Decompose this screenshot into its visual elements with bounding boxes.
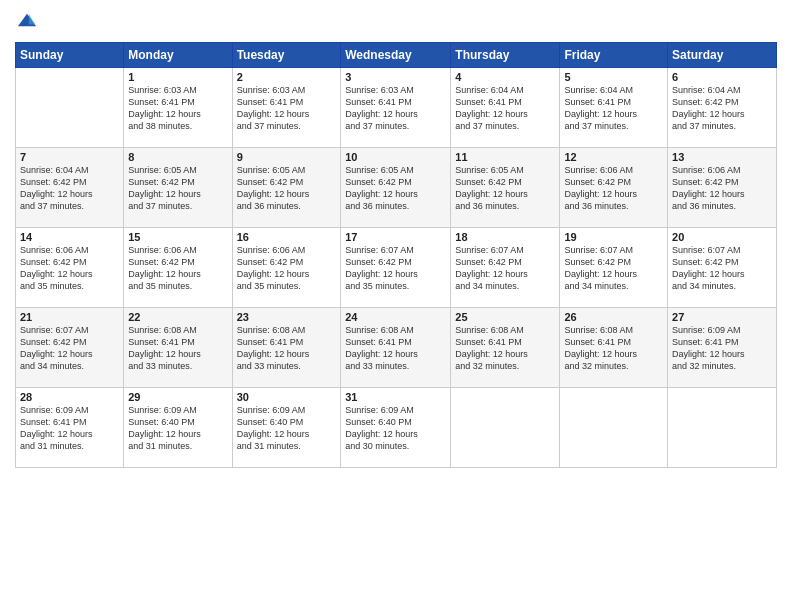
cell-details: Sunrise: 6:03 AM Sunset: 6:41 PM Dayligh… (237, 84, 337, 133)
day-number: 8 (128, 151, 227, 163)
cell-details: Sunrise: 6:07 AM Sunset: 6:42 PM Dayligh… (345, 244, 446, 293)
day-number: 14 (20, 231, 119, 243)
day-number: 17 (345, 231, 446, 243)
cell-details: Sunrise: 6:06 AM Sunset: 6:42 PM Dayligh… (20, 244, 119, 293)
calendar-week-row: 1Sunrise: 6:03 AM Sunset: 6:41 PM Daylig… (16, 68, 777, 148)
cell-details: Sunrise: 6:05 AM Sunset: 6:42 PM Dayligh… (128, 164, 227, 213)
cell-details: Sunrise: 6:08 AM Sunset: 6:41 PM Dayligh… (128, 324, 227, 373)
day-number: 18 (455, 231, 555, 243)
header (15, 10, 777, 34)
day-number: 24 (345, 311, 446, 323)
day-number: 22 (128, 311, 227, 323)
weekday-header-tuesday: Tuesday (232, 43, 341, 68)
day-number: 25 (455, 311, 555, 323)
cell-details: Sunrise: 6:04 AM Sunset: 6:42 PM Dayligh… (672, 84, 772, 133)
cell-details: Sunrise: 6:08 AM Sunset: 6:41 PM Dayligh… (237, 324, 337, 373)
cell-details: Sunrise: 6:04 AM Sunset: 6:42 PM Dayligh… (20, 164, 119, 213)
calendar-cell: 11Sunrise: 6:05 AM Sunset: 6:42 PM Dayli… (451, 148, 560, 228)
day-number: 15 (128, 231, 227, 243)
day-number: 26 (564, 311, 663, 323)
day-number: 1 (128, 71, 227, 83)
calendar-cell: 15Sunrise: 6:06 AM Sunset: 6:42 PM Dayli… (124, 228, 232, 308)
day-number: 4 (455, 71, 555, 83)
day-number: 21 (20, 311, 119, 323)
calendar-cell: 21Sunrise: 6:07 AM Sunset: 6:42 PM Dayli… (16, 308, 124, 388)
calendar-cell: 7Sunrise: 6:04 AM Sunset: 6:42 PM Daylig… (16, 148, 124, 228)
cell-details: Sunrise: 6:06 AM Sunset: 6:42 PM Dayligh… (128, 244, 227, 293)
day-number: 23 (237, 311, 337, 323)
calendar-cell: 20Sunrise: 6:07 AM Sunset: 6:42 PM Dayli… (668, 228, 777, 308)
calendar-cell: 2Sunrise: 6:03 AM Sunset: 6:41 PM Daylig… (232, 68, 341, 148)
cell-details: Sunrise: 6:05 AM Sunset: 6:42 PM Dayligh… (237, 164, 337, 213)
weekday-header-row: SundayMondayTuesdayWednesdayThursdayFrid… (16, 43, 777, 68)
calendar-cell: 29Sunrise: 6:09 AM Sunset: 6:40 PM Dayli… (124, 388, 232, 468)
calendar-cell: 9Sunrise: 6:05 AM Sunset: 6:42 PM Daylig… (232, 148, 341, 228)
calendar-week-row: 7Sunrise: 6:04 AM Sunset: 6:42 PM Daylig… (16, 148, 777, 228)
calendar-cell (16, 68, 124, 148)
calendar-cell: 4Sunrise: 6:04 AM Sunset: 6:41 PM Daylig… (451, 68, 560, 148)
day-number: 16 (237, 231, 337, 243)
day-number: 27 (672, 311, 772, 323)
calendar-cell: 16Sunrise: 6:06 AM Sunset: 6:42 PM Dayli… (232, 228, 341, 308)
cell-details: Sunrise: 6:08 AM Sunset: 6:41 PM Dayligh… (455, 324, 555, 373)
calendar-cell: 24Sunrise: 6:08 AM Sunset: 6:41 PM Dayli… (341, 308, 451, 388)
calendar-cell: 28Sunrise: 6:09 AM Sunset: 6:41 PM Dayli… (16, 388, 124, 468)
day-number: 10 (345, 151, 446, 163)
weekday-header-friday: Friday (560, 43, 668, 68)
calendar-cell (451, 388, 560, 468)
cell-details: Sunrise: 6:09 AM Sunset: 6:40 PM Dayligh… (128, 404, 227, 453)
day-number: 6 (672, 71, 772, 83)
cell-details: Sunrise: 6:06 AM Sunset: 6:42 PM Dayligh… (564, 164, 663, 213)
day-number: 12 (564, 151, 663, 163)
day-number: 9 (237, 151, 337, 163)
calendar-cell: 10Sunrise: 6:05 AM Sunset: 6:42 PM Dayli… (341, 148, 451, 228)
day-number: 5 (564, 71, 663, 83)
cell-details: Sunrise: 6:09 AM Sunset: 6:41 PM Dayligh… (20, 404, 119, 453)
calendar-cell: 8Sunrise: 6:05 AM Sunset: 6:42 PM Daylig… (124, 148, 232, 228)
weekday-header-monday: Monday (124, 43, 232, 68)
calendar-cell: 25Sunrise: 6:08 AM Sunset: 6:41 PM Dayli… (451, 308, 560, 388)
cell-details: Sunrise: 6:07 AM Sunset: 6:42 PM Dayligh… (20, 324, 119, 373)
cell-details: Sunrise: 6:07 AM Sunset: 6:42 PM Dayligh… (564, 244, 663, 293)
logo-icon (17, 10, 37, 30)
cell-details: Sunrise: 6:09 AM Sunset: 6:40 PM Dayligh… (345, 404, 446, 453)
calendar-cell: 26Sunrise: 6:08 AM Sunset: 6:41 PM Dayli… (560, 308, 668, 388)
logo (15, 10, 39, 34)
calendar-cell: 6Sunrise: 6:04 AM Sunset: 6:42 PM Daylig… (668, 68, 777, 148)
cell-details: Sunrise: 6:09 AM Sunset: 6:41 PM Dayligh… (672, 324, 772, 373)
day-number: 28 (20, 391, 119, 403)
weekday-header-wednesday: Wednesday (341, 43, 451, 68)
calendar-cell: 23Sunrise: 6:08 AM Sunset: 6:41 PM Dayli… (232, 308, 341, 388)
cell-details: Sunrise: 6:07 AM Sunset: 6:42 PM Dayligh… (455, 244, 555, 293)
day-number: 29 (128, 391, 227, 403)
cell-details: Sunrise: 6:04 AM Sunset: 6:41 PM Dayligh… (564, 84, 663, 133)
calendar-cell: 3Sunrise: 6:03 AM Sunset: 6:41 PM Daylig… (341, 68, 451, 148)
day-number: 20 (672, 231, 772, 243)
day-number: 7 (20, 151, 119, 163)
cell-details: Sunrise: 6:06 AM Sunset: 6:42 PM Dayligh… (672, 164, 772, 213)
cell-details: Sunrise: 6:05 AM Sunset: 6:42 PM Dayligh… (455, 164, 555, 213)
cell-details: Sunrise: 6:09 AM Sunset: 6:40 PM Dayligh… (237, 404, 337, 453)
day-number: 2 (237, 71, 337, 83)
weekday-header-saturday: Saturday (668, 43, 777, 68)
cell-details: Sunrise: 6:08 AM Sunset: 6:41 PM Dayligh… (564, 324, 663, 373)
cell-details: Sunrise: 6:07 AM Sunset: 6:42 PM Dayligh… (672, 244, 772, 293)
svg-marker-1 (29, 14, 35, 25)
day-number: 13 (672, 151, 772, 163)
calendar-cell: 19Sunrise: 6:07 AM Sunset: 6:42 PM Dayli… (560, 228, 668, 308)
calendar-cell: 18Sunrise: 6:07 AM Sunset: 6:42 PM Dayli… (451, 228, 560, 308)
weekday-header-sunday: Sunday (16, 43, 124, 68)
calendar-week-row: 14Sunrise: 6:06 AM Sunset: 6:42 PM Dayli… (16, 228, 777, 308)
calendar-cell: 12Sunrise: 6:06 AM Sunset: 6:42 PM Dayli… (560, 148, 668, 228)
day-number: 30 (237, 391, 337, 403)
calendar-cell: 30Sunrise: 6:09 AM Sunset: 6:40 PM Dayli… (232, 388, 341, 468)
calendar-cell: 22Sunrise: 6:08 AM Sunset: 6:41 PM Dayli… (124, 308, 232, 388)
calendar-cell: 31Sunrise: 6:09 AM Sunset: 6:40 PM Dayli… (341, 388, 451, 468)
cell-details: Sunrise: 6:08 AM Sunset: 6:41 PM Dayligh… (345, 324, 446, 373)
calendar-week-row: 21Sunrise: 6:07 AM Sunset: 6:42 PM Dayli… (16, 308, 777, 388)
cell-details: Sunrise: 6:03 AM Sunset: 6:41 PM Dayligh… (128, 84, 227, 133)
cell-details: Sunrise: 6:03 AM Sunset: 6:41 PM Dayligh… (345, 84, 446, 133)
cell-details: Sunrise: 6:05 AM Sunset: 6:42 PM Dayligh… (345, 164, 446, 213)
calendar-cell: 27Sunrise: 6:09 AM Sunset: 6:41 PM Dayli… (668, 308, 777, 388)
day-number: 3 (345, 71, 446, 83)
